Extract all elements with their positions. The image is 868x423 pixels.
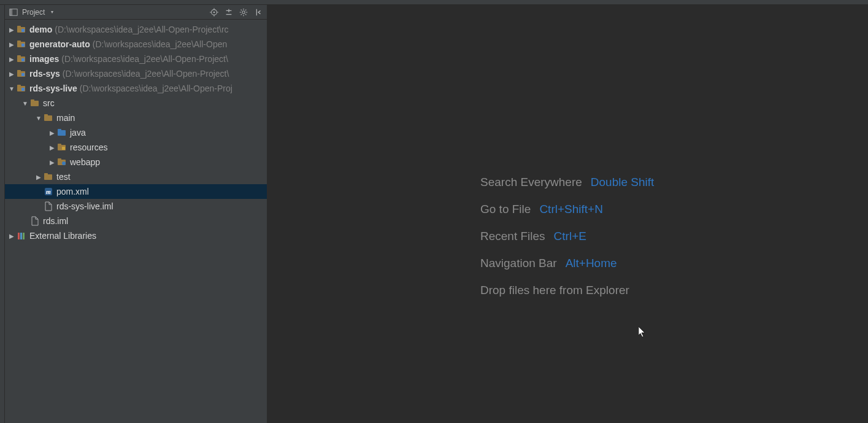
tree-row-rds-sys-live[interactable]: ▼rds-sys-live (D:\workspaces\idea_j2ee\A… (5, 81, 267, 96)
module-icon (16, 54, 27, 64)
tip-navigation-bar: Navigation Bar Alt+Home (480, 257, 654, 270)
svg-line-17 (245, 14, 246, 15)
svg-line-19 (245, 9, 246, 10)
svg-rect-31 (17, 70, 21, 72)
chevron-right-icon[interactable]: ▶ (7, 56, 16, 63)
svg-rect-53 (20, 233, 22, 239)
tree-row-test[interactable]: ▶test (5, 169, 267, 184)
tree-row-generator-auto[interactable]: ▶generator-auto (D:\workspaces\idea_j2ee… (5, 37, 267, 52)
tree-item-label: src (43, 98, 55, 108)
chevron-down-icon[interactable]: ▼ (21, 100, 29, 107)
chevron-right-icon[interactable]: ▶ (48, 144, 56, 151)
mouse-cursor (639, 327, 647, 339)
chevron-right-icon[interactable]: ▶ (34, 174, 43, 180)
hide-icon[interactable] (253, 7, 263, 17)
tip-shortcut: Alt+Home (566, 257, 617, 270)
project-panel-header: Project ▾ (5, 5, 267, 20)
gear-icon[interactable] (239, 7, 248, 17)
tip-shortcut: Ctrl+Shift+N (539, 203, 602, 216)
tree-row-demo[interactable]: ▶demo (D:\workspaces\idea_j2ee\All-Open-… (5, 22, 267, 37)
tip-shortcut: Double Shift (591, 176, 655, 189)
svg-rect-23 (21, 29, 25, 32)
tree-item-label: demo (29, 25, 52, 34)
svg-rect-49 (44, 173, 48, 175)
module-icon (16, 39, 27, 49)
svg-rect-35 (21, 88, 25, 91)
svg-rect-44 (62, 147, 65, 150)
editor-tips: Search Everywhere Double Shift Go to Fil… (480, 176, 654, 297)
chevron-down-icon[interactable]: ▼ (34, 115, 43, 122)
svg-line-18 (241, 14, 242, 15)
file-icon (29, 216, 40, 226)
svg-rect-36 (31, 101, 39, 106)
dropdown-arrow-icon: ▾ (51, 9, 53, 15)
tree-item-path: (D:\workspaces\idea_j2ee\All-Open-Proj (80, 83, 232, 93)
tree-item-label: images (29, 54, 59, 64)
tree-item-label: generator-auto (29, 39, 90, 49)
chevron-right-icon[interactable]: ▶ (7, 41, 16, 48)
tree-row-rds-iml[interactable]: ▶rds.iml (5, 214, 267, 228)
svg-rect-52 (18, 233, 20, 239)
tree-row-images[interactable]: ▶images (D:\workspaces\idea_j2ee\All-Ope… (5, 52, 267, 66)
tip-search-everywhere: Search Everywhere Double Shift (480, 176, 654, 189)
svg-rect-29 (21, 58, 25, 61)
svg-rect-48 (44, 174, 52, 180)
folder-icon (43, 113, 54, 123)
panel-title-area[interactable]: Project ▾ (9, 7, 209, 17)
tree-item-label: pom.xml (56, 187, 89, 196)
svg-rect-46 (58, 158, 61, 160)
tree-row-resources[interactable]: ▶resources (5, 140, 267, 155)
project-view-icon (9, 7, 18, 17)
svg-text:m: m (46, 188, 51, 195)
tree-row-pom-xml[interactable]: ▶mpom.xml (5, 184, 267, 199)
resources-folder-icon (56, 142, 67, 152)
tree-row-java[interactable]: ▶java (5, 125, 267, 140)
project-tool-window: Project ▾ ▶demo (D:\workspaces\idea_j2ee… (5, 5, 267, 423)
tree-item-path: (D:\workspaces\idea_j2ee\All-Open-Projec… (63, 69, 229, 79)
chevron-right-icon[interactable]: ▶ (7, 26, 16, 33)
tree-row-main[interactable]: ▼main (5, 111, 267, 125)
tree-row-src[interactable]: ▼src (5, 96, 267, 111)
svg-rect-25 (17, 41, 21, 42)
tree-row-external-libraries[interactable]: ▶External Libraries (5, 228, 267, 243)
editor-empty-area[interactable]: Search Everywhere Double Shift Go to Fil… (267, 5, 868, 423)
locate-icon[interactable] (209, 7, 219, 17)
collapse-all-icon[interactable] (224, 7, 234, 17)
svg-rect-54 (23, 233, 25, 239)
tip-goto-file: Go to File Ctrl+Shift+N (480, 203, 654, 216)
svg-rect-40 (58, 130, 66, 136)
tree-item-label: rds-sys-live (29, 83, 77, 93)
chevron-right-icon[interactable]: ▶ (48, 130, 56, 136)
tree-item-path: (D:\workspaces\idea_j2ee\All-Open (93, 39, 227, 49)
svg-rect-32 (21, 73, 25, 76)
folder-icon (29, 98, 40, 108)
chevron-right-icon[interactable]: ▶ (7, 233, 16, 239)
tree-item-label: External Libraries (29, 231, 96, 241)
project-tree[interactable]: ▶demo (D:\workspaces\idea_j2ee\All-Open-… (5, 20, 267, 423)
tree-item-label: webapp (70, 157, 100, 167)
tip-drop-files: Drop files here from Explorer (480, 284, 654, 297)
tree-item-label: rds-sys (29, 69, 60, 79)
tree-row-webapp[interactable]: ▶webapp (5, 155, 267, 169)
tree-item-label: resources (70, 142, 107, 152)
chevron-right-icon[interactable]: ▶ (7, 71, 16, 77)
tree-row-rds-sys-live-iml[interactable]: ▶rds-sys-live.iml (5, 199, 267, 214)
svg-point-3 (213, 11, 215, 13)
tree-item-label: rds.iml (43, 216, 68, 226)
tip-label: Navigation Bar (480, 257, 557, 270)
chevron-down-icon[interactable]: ▼ (7, 85, 16, 92)
tree-item-label: test (56, 172, 71, 182)
tree-row-rds-sys[interactable]: ▶rds-sys (D:\workspaces\idea_j2ee\All-Op… (5, 66, 267, 81)
module-icon (16, 69, 27, 79)
main-area: Project ▾ ▶demo (D:\workspaces\idea_j2ee… (0, 5, 868, 423)
tip-recent-files: Recent Files Ctrl+E (480, 230, 654, 243)
chevron-right-icon[interactable]: ▶ (48, 159, 56, 166)
tip-label: Drop files here from Explorer (480, 284, 629, 297)
svg-rect-41 (58, 129, 61, 131)
panel-toolbar (209, 7, 263, 17)
svg-rect-43 (58, 144, 61, 146)
svg-rect-1 (10, 9, 12, 15)
libraries-icon (16, 231, 27, 241)
svg-rect-22 (17, 26, 21, 28)
svg-marker-55 (639, 327, 645, 337)
